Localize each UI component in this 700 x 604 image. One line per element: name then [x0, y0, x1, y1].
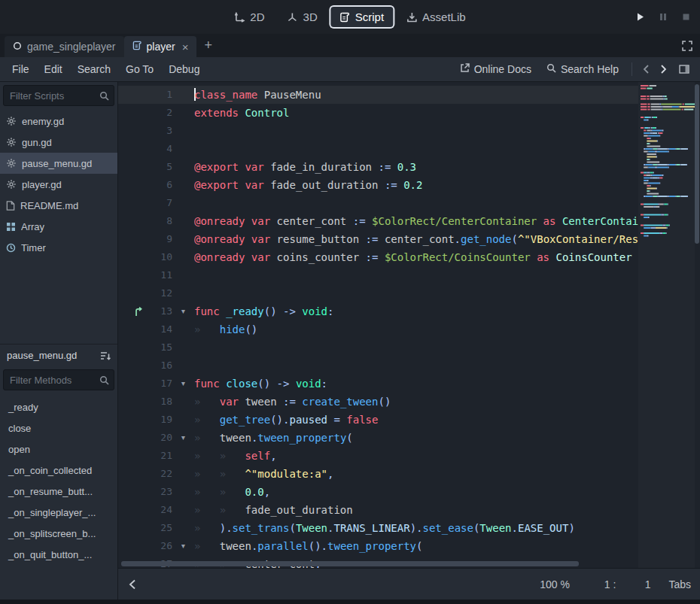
status-right: 100 % 1 : 1 Tabs: [540, 578, 692, 590]
editor-body: enemy.gdgun.gdpause_menu.gdplayer.gdREAD…: [0, 82, 700, 599]
code-line[interactable]: 20▾» tween.tween_property(: [118, 429, 638, 447]
fold-arrow-icon[interactable]: ▾: [172, 375, 194, 393]
code-text: [194, 284, 638, 302]
menu-go-to[interactable]: Go To: [118, 57, 161, 81]
line-number: 5: [145, 158, 172, 176]
script-list-item[interactable]: Array: [0, 216, 117, 237]
pause-button[interactable]: [656, 9, 671, 25]
scene-tab-game-singleplayer[interactable]: game_singleplayer: [5, 36, 124, 57]
fold-arrow-icon[interactable]: ▾: [172, 429, 194, 447]
gutter: 9: [118, 230, 194, 248]
line-number: 4: [145, 140, 172, 158]
filter-methods-wrap: [0, 366, 117, 393]
scene-tab-player[interactable]: player ×: [124, 36, 197, 57]
play-button[interactable]: [632, 9, 648, 25]
code-line[interactable]: 18» var tween := create_tween(): [118, 393, 638, 411]
add-scene-tab-button[interactable]: +: [196, 34, 220, 57]
expand-editor-icon[interactable]: [674, 34, 700, 57]
code-line[interactable]: 15: [118, 338, 638, 357]
script-name: README.md: [20, 200, 78, 211]
go-back-icon[interactable]: [126, 576, 139, 593]
zoom-level[interactable]: 100 %: [540, 578, 570, 590]
code-line[interactable]: 7: [118, 194, 638, 212]
script-icon: [340, 12, 350, 23]
filter-methods-input[interactable]: [3, 369, 114, 390]
code-line[interactable]: 9@onready var resume_button := center_co…: [118, 230, 638, 248]
method-list-item[interactable]: _on_quit_button_...: [0, 544, 117, 565]
code-line[interactable]: 16: [118, 357, 638, 375]
fold-arrow-icon[interactable]: ▾: [172, 302, 194, 320]
code-text: [194, 122, 638, 140]
method-list-item[interactable]: _on_splitscreen_b...: [0, 523, 117, 544]
filter-scripts-input[interactable]: [3, 85, 114, 106]
script-list-item[interactable]: README.md: [0, 195, 117, 216]
history-forward-icon[interactable]: [656, 62, 671, 77]
code-line[interactable]: 19» get_tree().paused = false: [118, 411, 638, 429]
method-list-item[interactable]: _ready: [0, 396, 117, 417]
code-line[interactable]: 12: [118, 284, 638, 302]
code-editor[interactable]: 1class_name PauseMenu2extends Control345…: [118, 82, 700, 568]
gutter: 17▾: [118, 375, 194, 393]
panel-layout-icon[interactable]: [673, 62, 695, 77]
script-list-item[interactable]: enemy.gd: [0, 111, 117, 132]
gutter: 3: [118, 122, 194, 140]
code-line[interactable]: 4: [118, 140, 638, 158]
gear-icon: [6, 179, 17, 190]
method-list-item[interactable]: _on_singleplayer_...: [0, 502, 117, 523]
code-line[interactable]: 11: [118, 266, 638, 284]
indent-type[interactable]: Tabs: [668, 578, 691, 590]
workspace-2d-button[interactable]: 2D: [225, 7, 273, 27]
fold-arrow-icon[interactable]: ▾: [172, 537, 194, 555]
gutter: 25: [118, 519, 194, 537]
minimap[interactable]: [638, 82, 695, 568]
code-line[interactable]: 1class_name PauseMenu: [118, 86, 638, 104]
workspace-script-button[interactable]: Script: [331, 7, 393, 27]
script-list-item[interactable]: gun.gd: [0, 132, 117, 153]
script-name: gun.gd: [22, 137, 52, 148]
code-line[interactable]: 10@onready var coins_counter := $ColorRe…: [118, 248, 638, 266]
menu-debug[interactable]: Debug: [161, 57, 207, 81]
current-script-header: pause_menu.gd: [0, 344, 117, 366]
search-help-button[interactable]: Search Help: [540, 60, 625, 78]
code-line[interactable]: 26▾» tween.parallel().tween_property(: [118, 537, 638, 555]
history-back-icon[interactable]: [638, 62, 654, 77]
page-icon: [6, 201, 15, 211]
menu-file[interactable]: File: [5, 57, 37, 81]
menubar-right: Online Docs Search Help: [453, 60, 695, 78]
script-list-item[interactable]: Timer: [0, 237, 117, 258]
code-line[interactable]: 5@export var fade_in_duration := 0.3: [118, 158, 638, 176]
line-number: 6: [145, 176, 172, 194]
script-list-item[interactable]: pause_menu.gd: [0, 153, 117, 174]
workspace-assetlib-button[interactable]: AssetLib: [397, 7, 475, 27]
gutter: 18: [118, 393, 194, 411]
online-docs-button[interactable]: Online Docs: [453, 60, 538, 78]
code-line[interactable]: 21» » self,: [118, 447, 638, 465]
menu-search[interactable]: Search: [70, 57, 118, 81]
stop-button[interactable]: [678, 9, 694, 25]
horizontal-scrollbar[interactable]: [121, 561, 579, 566]
method-list-item[interactable]: open: [0, 439, 117, 460]
code-line[interactable]: 14» hide(): [118, 320, 638, 338]
workspace-3d-button[interactable]: 3D: [278, 7, 327, 27]
method-list-item[interactable]: _on_coin_collected: [0, 460, 117, 481]
code-line[interactable]: 22» » ^"modulate:a",: [118, 465, 638, 483]
script-list-item[interactable]: player.gd: [0, 174, 117, 195]
code-line[interactable]: 23» » 0.0,: [118, 483, 638, 501]
code-line[interactable]: 24» » fade_out_duration: [118, 501, 638, 519]
line-number: 9: [145, 230, 172, 248]
vertical-scrollbar[interactable]: [695, 84, 699, 244]
code-line[interactable]: 2extends Control: [118, 104, 638, 122]
script-name: pause_menu.gd: [22, 158, 92, 169]
code-line[interactable]: 8@onready var center_cont := $ColorRect/…: [118, 212, 638, 230]
code-line[interactable]: 6@export var fade_out_duration := 0.2: [118, 176, 638, 194]
caret-column: 1: [616, 578, 650, 590]
method-list-item[interactable]: close: [0, 417, 117, 439]
method-list-item[interactable]: _on_resume_butt...: [0, 481, 117, 502]
menu-edit[interactable]: Edit: [37, 57, 70, 81]
code-line[interactable]: 25» ).set_trans(Tween.TRANS_LINEAR).set_…: [118, 519, 638, 537]
code-line[interactable]: 3: [118, 122, 638, 140]
close-icon[interactable]: ×: [181, 41, 189, 53]
sort-methods-icon[interactable]: [98, 350, 113, 362]
code-line[interactable]: 13▾func _ready() -> void:: [118, 302, 638, 320]
code-line[interactable]: 17▾func close() -> void:: [118, 375, 638, 393]
